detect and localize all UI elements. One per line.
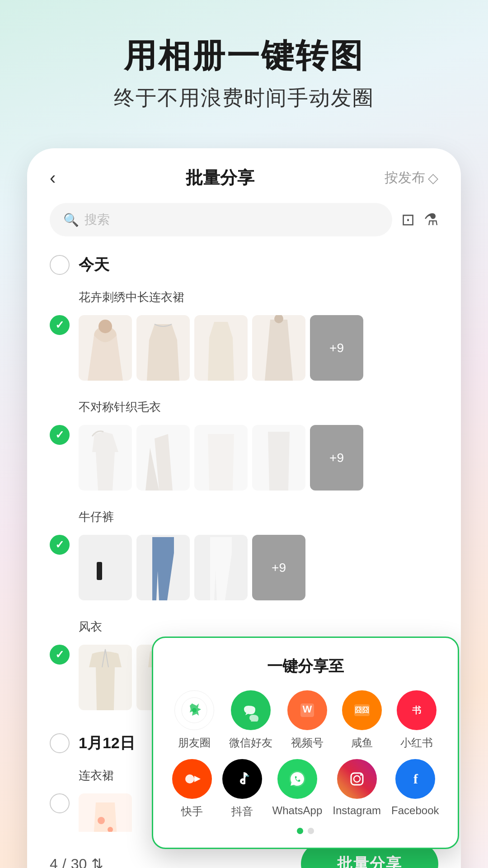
share-whatsapp[interactable]: WhatsApp [272,759,323,819]
product-images-row-2: +9 [27,420,461,500]
weixin-icon [231,690,271,730]
section-radio-jan12[interactable] [50,733,70,753]
douyin-label: 抖音 [231,804,253,819]
share-kuaishou[interactable]: 快手 [172,759,212,819]
product-checkbox-5[interactable] [50,793,70,813]
share-facebook[interactable]: f Facebook [391,759,439,819]
product-thumb [136,315,190,381]
product-checkbox-2[interactable] [50,425,70,445]
svg-text:W: W [303,703,312,715]
share-pengyouquan[interactable]: 朋友圈 [174,690,214,750]
header-title: 用相册一键转图 [27,36,461,75]
douyin-icon [222,759,262,799]
share-icons-row-1: 朋友圈 微信好友 W 视频号 囧囧 咸鱼 [167,690,444,750]
product-thumbs-1: +9 [79,315,438,381]
whatsapp-label: WhatsApp [272,804,323,817]
product-thumb [79,535,132,600]
sort-label: 按发布 [385,169,425,187]
back-button[interactable]: ‹ [50,168,56,188]
chevron-down-icon: ◇ [428,170,438,186]
product-name-row-2: 不对称针织毛衣 [27,390,461,420]
product-name-row-3: 牛仔裤 [27,500,461,530]
product-more-count-3: +9 [252,535,305,600]
share-xiaohongshu[interactable]: 书 小红书 [397,690,436,750]
shipinhao-icon: W [287,690,327,730]
facebook-icon: f [395,759,435,799]
svg-point-8 [192,708,197,712]
product-thumb [252,425,305,491]
product-thumb [252,315,305,381]
shipinhao-label: 视频号 [291,736,324,750]
count-total: 30 [71,856,87,868]
xiaohongshu-label: 小红书 [400,736,433,750]
share-instagram[interactable]: Instagram [333,759,381,819]
search-input-wrap[interactable]: 🔍 搜索 [50,203,392,236]
product-images-row-1: +9 [27,311,461,390]
pengyouquan-icon [174,690,214,730]
product-thumb [194,425,248,491]
count-separator: / [62,856,66,868]
product-thumb [194,315,248,381]
share-icons-row-2: 快手 抖音 WhatsApp Instagram [167,759,444,819]
kuaishou-icon [172,759,212,799]
share-shipinhao[interactable]: W 视频号 [287,690,327,750]
product-name-row-4: 风衣 [27,609,461,640]
product-thumb [79,425,132,491]
sort-button[interactable]: 按发布 ◇ [385,169,438,187]
dot-2 [308,828,314,834]
product-spacer [50,765,70,785]
grid-view-icon[interactable]: ⊡ [401,210,415,229]
share-douyin[interactable]: 抖音 [222,759,262,819]
share-xianyu[interactable]: 囧囧 咸鱼 [342,690,382,750]
product-spacer [50,507,70,527]
svg-point-13 [185,774,194,783]
filter-icon[interactable]: ⚗ [424,210,438,229]
weixin-label: 微信好友 [229,736,272,750]
phone-card: ‹ 批量分享 按发布 ◇ 🔍 搜索 ⊡ ⚗ 今天 花卉刺绣中长连衣裙 [27,148,461,868]
svg-text:书: 书 [412,705,421,715]
product-thumbs-3: +9 [79,535,438,600]
product-thumb [136,535,190,600]
product-spacer [50,617,70,637]
svg-point-17 [360,774,362,776]
product-name-3: 牛仔裤 [79,509,114,525]
product-item-3: 牛仔裤 +9 [27,500,461,609]
svg-point-1 [99,320,112,333]
product-checkbox-1[interactable] [50,315,70,335]
kuaishou-label: 快手 [181,804,203,819]
count-current: 4 [50,856,58,868]
svg-point-16 [354,776,360,782]
share-popup: 一键分享至 朋友圈 微信好友 W 视频 [152,637,459,849]
product-checkbox-4[interactable] [50,645,70,665]
product-more-count-2: +9 [310,425,363,491]
header-section: 用相册一键转图 终于不用浪费时间手动发圈 [0,0,488,130]
header-subtitle: 终于不用浪费时间手动发圈 [27,84,461,112]
instagram-icon [337,759,377,799]
page-dots [167,828,444,834]
product-thumb [194,535,248,600]
svg-point-4 [98,817,105,824]
product-name-5: 连衣裙 [79,768,114,783]
dot-1 [297,828,303,834]
product-more-count-1: +9 [310,315,363,381]
product-item-1: 花卉刺绣中长连衣裙 [27,280,461,390]
product-item-2: 不对称针织毛衣 [27,390,461,500]
count-stepper-icon: ⇅ [91,855,103,868]
count-selector[interactable]: 4 / 30 ⇅ [50,855,103,868]
instagram-label: Instagram [333,804,381,817]
svg-text:囧囧: 囧囧 [355,706,369,714]
product-thumb [79,315,132,381]
product-images-row-3: +9 [27,530,461,609]
top-bar: ‹ 批量分享 按发布 ◇ [27,148,461,198]
section-date-jan12: 1月12日 [79,733,135,754]
product-name-2: 不对称针织毛衣 [79,399,161,415]
product-name-row-1: 花卉刺绣中长连衣裙 [27,280,461,311]
product-name-4: 风衣 [79,619,102,635]
xiaohongshu-icon: 书 [397,690,436,730]
xianyu-label: 咸鱼 [351,736,373,750]
section-radio-today[interactable] [50,255,70,275]
share-weixin[interactable]: 微信好友 [229,690,272,750]
product-checkbox-3[interactable] [50,535,70,555]
product-spacer [50,397,70,417]
svg-rect-3 [97,562,102,580]
